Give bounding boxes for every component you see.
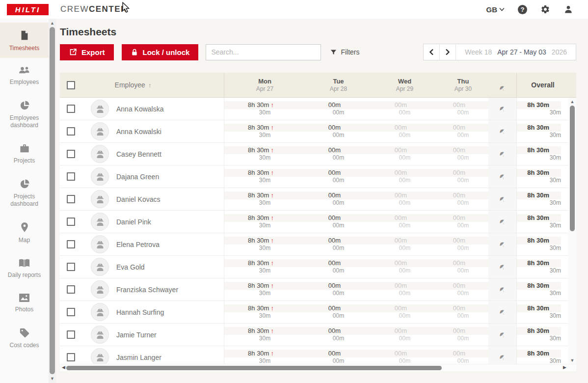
sidebar-scrollbar-thumb[interactable] [50, 27, 55, 374]
row-checkbox[interactable] [67, 105, 75, 113]
column-header-thu[interactable]: ThuApr 30 [438, 73, 488, 97]
row-checkbox[interactable] [67, 150, 75, 158]
settings-gear-icon[interactable] [540, 4, 550, 14]
holiday-cell[interactable]: ☂ [488, 324, 517, 346]
holiday-cell[interactable]: ☂ [488, 278, 517, 301]
row-checkbox[interactable] [67, 240, 75, 248]
day-hours-cell[interactable]: 00m00m [438, 350, 488, 364]
locale-selector[interactable]: GB [486, 5, 505, 14]
week-label[interactable]: Week 18 Apr 27 - May 03 2026 [456, 44, 576, 60]
holiday-cell[interactable]: ☂ [488, 346, 517, 364]
row-checkbox[interactable] [67, 127, 75, 136]
day-hours-cell[interactable]: 8h 30m↑30m [224, 169, 305, 184]
day-hours-cell[interactable]: 8h 30m↑30m [224, 282, 305, 297]
table-row[interactable]: Jasmin Langer8h 30m↑30m00m00m00m00m00m00… [60, 346, 568, 364]
day-hours-cell[interactable]: 00m00m [305, 169, 372, 184]
sidebar-item-employees-dashboard[interactable]: Employees dashboard [0, 93, 49, 136]
row-checkbox[interactable] [67, 353, 75, 361]
scroll-right-arrow-icon[interactable]: ▶ [563, 365, 566, 370]
table-row[interactable]: Hannah Surfing8h 30m↑30m00m00m00m00m00m0… [60, 301, 568, 324]
previous-week-button[interactable] [424, 44, 440, 60]
column-header-mon[interactable]: MonApr 27 [224, 73, 305, 97]
day-hours-cell[interactable]: 00m00m [305, 259, 372, 274]
day-hours-cell[interactable]: 00m00m [372, 214, 438, 229]
row-checkbox[interactable] [67, 263, 75, 271]
sidebar-item-employees[interactable]: Employees [0, 58, 49, 93]
table-row[interactable]: Anna Kowalska8h 30m↑30m00m00m00m00m00m00… [60, 98, 568, 120]
table-row[interactable]: Casey Bennett8h 30m↑30m00m00m00m00m00m00… [60, 143, 568, 165]
day-hours-cell[interactable]: 8h 30m↑30m [224, 327, 305, 342]
day-hours-cell[interactable]: 00m00m [305, 304, 372, 320]
table-row[interactable]: Anna Kowalski8h 30m↑30m00m00m00m00m00m00… [60, 120, 568, 143]
day-hours-cell[interactable]: 00m00m [438, 146, 488, 162]
column-header-wed[interactable]: WedApr 29 [372, 73, 438, 97]
holiday-cell[interactable]: ☂ [488, 233, 517, 255]
help-icon[interactable]: ? [518, 5, 527, 14]
day-hours-cell[interactable]: 00m00m [372, 282, 438, 297]
day-hours-cell[interactable]: 8h 30m↑30m [224, 101, 305, 116]
row-checkbox[interactable] [67, 172, 75, 181]
table-row[interactable]: Franziska Schwayer8h 30m↑30m00m00m00m00m… [60, 278, 568, 301]
holiday-cell[interactable]: ☂ [488, 211, 517, 233]
sidebar-item-projects-dashboard[interactable]: Projects dashboard [0, 171, 49, 215]
table-row[interactable]: Elena Petrova8h 30m↑30m00m00m00m00m00m00… [60, 233, 568, 256]
table-row[interactable]: Daniel Pink8h 30m↑30m00m00m00m00m00m00m☂… [60, 211, 568, 233]
employee-column-header[interactable]: Employee ↑ [86, 73, 224, 97]
table-row[interactable]: Eva Gold8h 30m↑30m00m00m00m00m00m00m☂8h … [60, 256, 568, 278]
day-hours-cell[interactable]: 8h 30m↑30m [224, 350, 305, 364]
day-hours-cell[interactable]: 00m00m [305, 327, 372, 342]
filters-button[interactable]: Filters [330, 48, 359, 56]
row-checkbox[interactable] [67, 218, 75, 226]
holiday-cell[interactable]: ☂ [488, 120, 517, 142]
holiday-cell[interactable]: ☂ [488, 165, 517, 188]
sidebar-item-map[interactable]: Map [0, 215, 49, 251]
day-hours-cell[interactable]: 00m00m [372, 192, 438, 207]
day-hours-cell[interactable]: 00m00m [372, 124, 438, 139]
holiday-cell[interactable]: ☂ [488, 143, 517, 165]
day-hours-cell[interactable]: 00m00m [372, 169, 438, 184]
account-person-icon[interactable] [563, 4, 573, 14]
scroll-down-arrow-icon[interactable]: ▼ [568, 358, 576, 363]
row-checkbox[interactable] [67, 285, 75, 294]
row-checkbox[interactable] [67, 195, 75, 203]
table-row[interactable]: Jamie Turner8h 30m↑30m00m00m00m00m00m00m… [60, 324, 568, 346]
day-hours-cell[interactable]: 00m00m [305, 192, 372, 207]
sidebar-item-timesheets[interactable]: Timesheets [0, 23, 49, 58]
day-hours-cell[interactable]: 00m00m [305, 124, 372, 139]
day-hours-cell[interactable]: 8h 30m↑30m [224, 304, 305, 320]
day-hours-cell[interactable]: 00m00m [372, 350, 438, 364]
day-hours-cell[interactable]: 00m00m [305, 146, 372, 162]
holiday-cell[interactable]: ☂ [488, 98, 517, 120]
day-hours-cell[interactable]: 00m00m [372, 237, 438, 252]
holiday-cell[interactable]: ☂ [488, 188, 517, 210]
row-checkbox[interactable] [67, 308, 75, 316]
sidebar-item-photos[interactable]: Photos [0, 286, 49, 320]
day-hours-cell[interactable]: 00m00m [438, 101, 488, 116]
day-hours-cell[interactable]: 00m00m [438, 304, 488, 320]
day-hours-cell[interactable]: 8h 30m↑30m [224, 214, 305, 229]
day-hours-cell[interactable]: 00m00m [438, 192, 488, 207]
day-hours-cell[interactable]: 00m00m [305, 101, 372, 116]
table-row[interactable]: Daniel Kovacs8h 30m↑30m00m00m00m00m00m00… [60, 188, 568, 211]
lock-unlock-button[interactable]: Lock / unlock [122, 44, 199, 60]
day-hours-cell[interactable]: 00m00m [305, 350, 372, 364]
table-row[interactable]: Dajana Green8h 30m↑30m00m00m00m00m00m00m… [60, 165, 568, 188]
day-hours-cell[interactable]: 8h 30m↑30m [224, 124, 305, 139]
sidebar-item-daily-reports[interactable]: Daily reports [0, 251, 49, 286]
day-hours-cell[interactable]: 00m00m [305, 237, 372, 252]
day-hours-cell[interactable]: 00m00m [438, 214, 488, 229]
day-hours-cell[interactable]: 00m00m [372, 259, 438, 274]
day-hours-cell[interactable]: 00m00m [372, 304, 438, 320]
day-hours-cell[interactable]: 8h 30m↑30m [224, 259, 305, 274]
row-checkbox[interactable] [67, 330, 75, 339]
table-horizontal-scrollbar[interactable]: ◀ ▶ [60, 364, 576, 371]
day-hours-cell[interactable]: 00m00m [372, 327, 438, 342]
scroll-down-arrow-icon[interactable]: ▼ [49, 376, 56, 381]
day-hours-cell[interactable]: 00m00m [438, 237, 488, 252]
next-week-button[interactable] [440, 44, 456, 60]
sidebar-item-projects[interactable]: Projects [0, 136, 49, 171]
day-hours-cell[interactable]: 00m00m [438, 282, 488, 297]
column-header-tue[interactable]: TueApr 28 [305, 73, 372, 97]
horizontal-scrollbar-thumb[interactable] [66, 366, 442, 370]
day-hours-cell[interactable]: 8h 30m↑30m [224, 237, 305, 252]
